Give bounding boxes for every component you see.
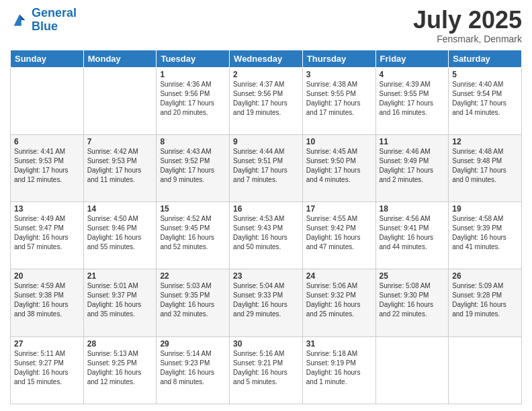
day-info: Sunrise: 5:04 AMSunset: 9:33 PMDaylight:… — [233, 281, 299, 319]
calendar-cell: 16Sunrise: 4:53 AMSunset: 9:43 PMDayligh… — [230, 202, 303, 269]
calendar-cell: 13Sunrise: 4:49 AMSunset: 9:47 PMDayligh… — [11, 202, 84, 269]
logo: General Blue — [10, 7, 77, 34]
day-info: Sunrise: 4:37 AMSunset: 9:56 PMDaylight:… — [233, 80, 299, 118]
calendar-cell: 10Sunrise: 4:45 AMSunset: 9:50 PMDayligh… — [302, 134, 375, 201]
day-number: 31 — [306, 339, 372, 349]
day-number: 30 — [233, 339, 299, 349]
day-info: Sunrise: 4:40 AMSunset: 9:54 PMDaylight:… — [452, 80, 518, 118]
calendar-cell: 22Sunrise: 5:03 AMSunset: 9:35 PMDayligh… — [157, 269, 230, 336]
calendar-cell: 19Sunrise: 4:58 AMSunset: 9:39 PMDayligh… — [449, 202, 522, 269]
header: General Blue July 2025 Fensmark, Denmark — [10, 7, 522, 44]
calendar-cell: 7Sunrise: 4:42 AMSunset: 9:53 PMDaylight… — [83, 134, 157, 201]
day-info: Sunrise: 4:45 AMSunset: 9:50 PMDaylight:… — [306, 147, 372, 185]
day-info: Sunrise: 4:44 AMSunset: 9:51 PMDaylight:… — [233, 147, 299, 185]
calendar-cell: 3Sunrise: 4:38 AMSunset: 9:55 PMDaylight… — [302, 67, 375, 134]
day-info: Sunrise: 4:38 AMSunset: 9:55 PMDaylight:… — [306, 80, 372, 118]
calendar-cell — [11, 67, 84, 134]
calendar-header-row: SundayMondayTuesdayWednesdayThursdayFrid… — [11, 50, 522, 67]
day-info: Sunrise: 4:59 AMSunset: 9:38 PMDaylight:… — [14, 281, 80, 319]
day-of-week-header: Wednesday — [230, 50, 303, 67]
calendar-cell: 20Sunrise: 4:59 AMSunset: 9:38 PMDayligh… — [11, 269, 84, 336]
day-number: 22 — [160, 271, 226, 281]
day-number: 3 — [306, 70, 372, 79]
logo-text: General Blue — [32, 7, 77, 34]
day-number: 19 — [452, 204, 518, 214]
day-info: Sunrise: 4:43 AMSunset: 9:52 PMDaylight:… — [160, 147, 226, 185]
calendar-week-row: 13Sunrise: 4:49 AMSunset: 9:47 PMDayligh… — [11, 202, 522, 269]
calendar-cell: 23Sunrise: 5:04 AMSunset: 9:33 PMDayligh… — [230, 269, 303, 336]
day-info: Sunrise: 4:36 AMSunset: 9:56 PMDaylight:… — [160, 80, 226, 118]
calendar-cell: 27Sunrise: 5:11 AMSunset: 9:27 PMDayligh… — [11, 336, 84, 404]
day-number: 15 — [160, 204, 226, 214]
day-info: Sunrise: 5:13 AMSunset: 9:25 PMDaylight:… — [87, 349, 153, 387]
day-number: 16 — [233, 204, 299, 214]
calendar-body: 1Sunrise: 4:36 AMSunset: 9:56 PMDaylight… — [11, 67, 522, 404]
day-number: 4 — [380, 70, 445, 79]
day-of-week-header: Tuesday — [157, 50, 230, 67]
day-info: Sunrise: 4:49 AMSunset: 9:47 PMDaylight:… — [14, 214, 80, 252]
day-info: Sunrise: 5:16 AMSunset: 9:21 PMDaylight:… — [233, 349, 299, 387]
day-info: Sunrise: 4:50 AMSunset: 9:46 PMDaylight:… — [87, 214, 153, 252]
day-number: 27 — [14, 339, 80, 349]
calendar-cell: 8Sunrise: 4:43 AMSunset: 9:52 PMDaylight… — [157, 134, 230, 201]
day-number: 18 — [380, 204, 445, 214]
day-info: Sunrise: 5:09 AMSunset: 9:28 PMDaylight:… — [452, 281, 518, 319]
day-info: Sunrise: 5:18 AMSunset: 9:19 PMDaylight:… — [306, 349, 372, 387]
calendar-week-row: 27Sunrise: 5:11 AMSunset: 9:27 PMDayligh… — [11, 336, 522, 404]
day-number: 23 — [233, 271, 299, 281]
day-of-week-header: Thursday — [302, 50, 375, 67]
day-number: 6 — [14, 137, 80, 146]
day-info: Sunrise: 5:06 AMSunset: 9:32 PMDaylight:… — [306, 281, 372, 319]
day-of-week-header: Monday — [83, 50, 157, 67]
calendar-cell: 26Sunrise: 5:09 AMSunset: 9:28 PMDayligh… — [449, 269, 522, 336]
calendar: SundayMondayTuesdayWednesdayThursdayFrid… — [10, 50, 522, 404]
day-of-week-header: Friday — [375, 50, 449, 67]
day-info: Sunrise: 5:14 AMSunset: 9:23 PMDaylight:… — [160, 349, 226, 387]
calendar-cell: 4Sunrise: 4:39 AMSunset: 9:55 PMDaylight… — [375, 67, 449, 134]
logo-line2: Blue — [32, 19, 58, 33]
day-number: 13 — [14, 204, 80, 214]
day-info: Sunrise: 5:11 AMSunset: 9:27 PMDaylight:… — [14, 349, 80, 387]
calendar-cell: 28Sunrise: 5:13 AMSunset: 9:25 PMDayligh… — [83, 336, 157, 404]
calendar-cell: 15Sunrise: 4:52 AMSunset: 9:45 PMDayligh… — [157, 202, 230, 269]
calendar-cell: 21Sunrise: 5:01 AMSunset: 9:37 PMDayligh… — [83, 269, 157, 336]
day-info: Sunrise: 4:55 AMSunset: 9:42 PMDaylight:… — [306, 214, 372, 252]
day-of-week-header: Saturday — [449, 50, 522, 67]
day-number: 9 — [233, 137, 299, 146]
calendar-cell: 17Sunrise: 4:55 AMSunset: 9:42 PMDayligh… — [302, 202, 375, 269]
day-info: Sunrise: 4:42 AMSunset: 9:53 PMDaylight:… — [87, 147, 153, 185]
logo-icon — [10, 11, 29, 30]
day-number: 24 — [306, 271, 372, 281]
day-info: Sunrise: 4:48 AMSunset: 9:48 PMDaylight:… — [452, 147, 518, 185]
day-info: Sunrise: 5:03 AMSunset: 9:35 PMDaylight:… — [160, 281, 226, 319]
day-number: 5 — [452, 70, 518, 79]
day-info: Sunrise: 4:41 AMSunset: 9:53 PMDaylight:… — [14, 147, 80, 185]
calendar-cell: 18Sunrise: 4:56 AMSunset: 9:41 PMDayligh… — [375, 202, 449, 269]
calendar-cell: 6Sunrise: 4:41 AMSunset: 9:53 PMDaylight… — [11, 134, 84, 201]
day-number: 1 — [160, 70, 226, 79]
day-info: Sunrise: 4:58 AMSunset: 9:39 PMDaylight:… — [452, 214, 518, 252]
day-info: Sunrise: 4:39 AMSunset: 9:55 PMDaylight:… — [380, 80, 445, 118]
calendar-cell: 29Sunrise: 5:14 AMSunset: 9:23 PMDayligh… — [157, 336, 230, 404]
day-of-week-header: Sunday — [11, 50, 84, 67]
calendar-cell — [449, 336, 522, 404]
calendar-cell: 24Sunrise: 5:06 AMSunset: 9:32 PMDayligh… — [302, 269, 375, 336]
day-number: 21 — [87, 271, 153, 281]
day-number: 25 — [380, 271, 445, 281]
calendar-cell: 1Sunrise: 4:36 AMSunset: 9:56 PMDaylight… — [157, 67, 230, 134]
calendar-cell: 12Sunrise: 4:48 AMSunset: 9:48 PMDayligh… — [449, 134, 522, 201]
page: General Blue July 2025 Fensmark, Denmark… — [0, 0, 532, 411]
day-number: 12 — [452, 137, 518, 146]
calendar-cell: 9Sunrise: 4:44 AMSunset: 9:51 PMDaylight… — [230, 134, 303, 201]
day-number: 11 — [380, 137, 445, 146]
day-number: 14 — [87, 204, 153, 214]
calendar-cell: 14Sunrise: 4:50 AMSunset: 9:46 PMDayligh… — [83, 202, 157, 269]
calendar-week-row: 6Sunrise: 4:41 AMSunset: 9:53 PMDaylight… — [11, 134, 522, 201]
day-info: Sunrise: 4:56 AMSunset: 9:41 PMDaylight:… — [380, 214, 445, 252]
day-info: Sunrise: 5:08 AMSunset: 9:30 PMDaylight:… — [380, 281, 445, 319]
calendar-week-row: 20Sunrise: 4:59 AMSunset: 9:38 PMDayligh… — [11, 269, 522, 336]
calendar-cell — [83, 67, 157, 134]
location: Fensmark, Denmark — [413, 34, 522, 44]
day-info: Sunrise: 4:46 AMSunset: 9:49 PMDaylight:… — [380, 147, 445, 185]
day-number: 7 — [87, 137, 153, 146]
